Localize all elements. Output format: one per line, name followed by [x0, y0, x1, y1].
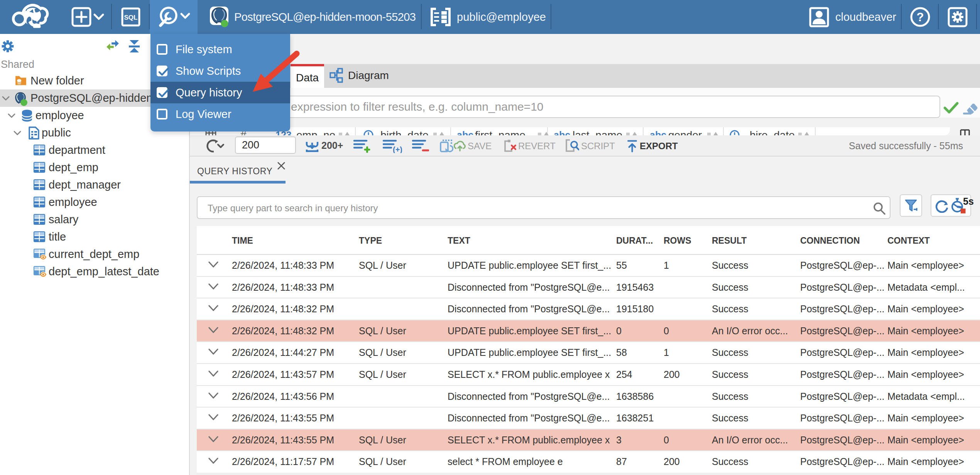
svg-text:SQL: SQL	[124, 14, 138, 21]
svg-text:?: ?	[917, 10, 924, 24]
svg-text:(+): (+)	[393, 145, 402, 153]
